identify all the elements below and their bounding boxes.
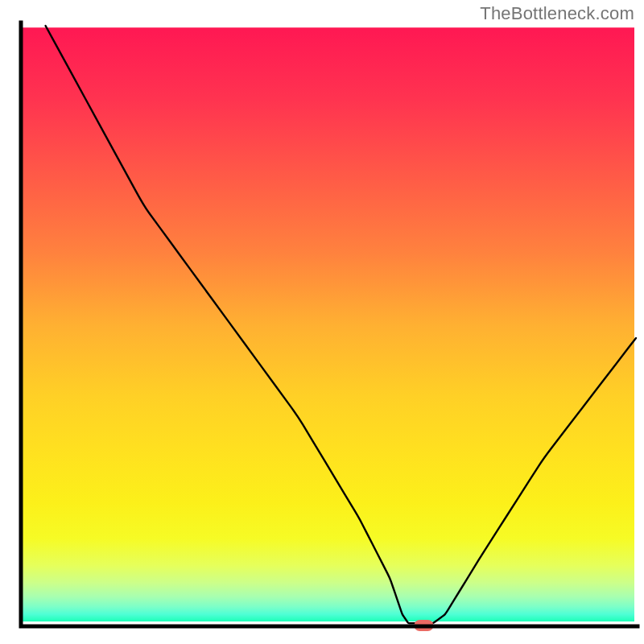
bottleneck-chart bbox=[0, 0, 644, 644]
svg-rect-0 bbox=[23, 27, 634, 621]
watermark-text: TheBottleneck.com bbox=[480, 3, 634, 24]
chart-container: TheBottleneck.com bbox=[0, 0, 644, 644]
